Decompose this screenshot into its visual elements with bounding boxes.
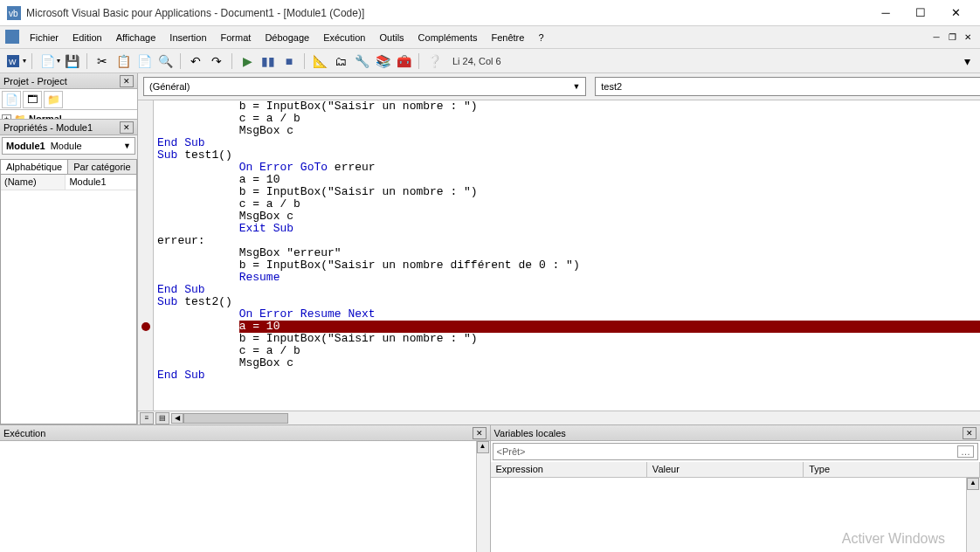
full-module-view-button[interactable]: ▤ (155, 412, 169, 424)
code-line[interactable]: Resume (154, 272, 980, 284)
project-explorer-button[interactable]: 🗂 (331, 52, 350, 71)
procedure-view-button[interactable]: ≡ (140, 412, 154, 424)
view-word-button[interactable]: W (3, 52, 23, 71)
mdi-restore-button[interactable]: ❐ (945, 31, 959, 44)
view-object-button[interactable]: 🗔 (23, 91, 42, 108)
code-line[interactable]: On Error Resume Next (154, 308, 980, 321)
menu-excution[interactable]: Exécution (316, 30, 372, 45)
locals-panel-close-button[interactable]: ✕ (963, 427, 977, 439)
toggle-folders-button[interactable]: 📁 (44, 91, 63, 108)
menu-outils[interactable]: Outils (372, 30, 411, 45)
locals-grid-body[interactable]: ▲ Activer Windows (491, 478, 981, 552)
code-line[interactable]: End Sub (154, 137, 980, 149)
run-button[interactable]: ▶ (238, 52, 257, 71)
immediate-panel-close-button[interactable]: ✕ (473, 427, 487, 439)
minimize-button[interactable]: ─ (868, 3, 903, 24)
scrollbar-thumb[interactable] (183, 413, 288, 424)
code-line[interactable]: c = a / b (154, 113, 980, 125)
tree-node[interactable]: +📁Normal (0, 112, 137, 119)
code-line[interactable]: a = 10 (154, 174, 980, 186)
insert-button[interactable]: 📄 (38, 52, 57, 71)
locals-context-value: <Prêt> (497, 446, 526, 457)
mdi-controls: ─ ❐ ✕ (929, 31, 975, 44)
design-mode-button[interactable]: 📐 (310, 52, 329, 71)
properties-button[interactable]: 🔧 (352, 52, 371, 71)
view-code-button[interactable]: 📄 (2, 91, 21, 108)
properties-object-selector[interactable]: Module1 Module ▼ (2, 137, 135, 155)
code-line[interactable]: b = InputBox("Saisir un nombre : ") (154, 100, 980, 113)
undo-button[interactable]: ↶ (186, 52, 205, 71)
menu-insertion[interactable]: Insertion (162, 30, 213, 45)
code-line[interactable]: b = InputBox("Saisir un nombre différent… (154, 259, 980, 272)
save-button[interactable]: 💾 (62, 52, 81, 71)
paste-button[interactable]: 📄 (135, 52, 154, 71)
vertical-scrollbar[interactable]: ▲ (966, 478, 980, 552)
property-row[interactable]: (Name)Module1 (1, 175, 136, 190)
locals-column-header[interactable]: Valeur (647, 462, 804, 477)
project-panel-close-button[interactable]: ✕ (120, 75, 134, 87)
code-line[interactable]: End Sub (154, 369, 980, 382)
locals-context-selector[interactable]: <Prêt> … (493, 443, 979, 460)
menu-format[interactable]: Format (214, 30, 259, 45)
dropdown-caret-icon[interactable]: ▾ (23, 57, 26, 65)
redo-button[interactable]: ↷ (207, 52, 226, 71)
object-browser-button[interactable]: 📚 (373, 52, 392, 71)
close-button[interactable]: ✕ (938, 3, 973, 24)
mdi-minimize-button[interactable]: ─ (929, 31, 943, 44)
menu-affichage[interactable]: Affichage (109, 30, 163, 45)
code-line[interactable]: End Sub (154, 284, 980, 296)
menu-dbogage[interactable]: Débogage (258, 30, 316, 45)
menu-[interactable]: ? (531, 30, 550, 45)
code-line[interactable]: Exit Sub (154, 223, 980, 235)
horizontal-scrollbar[interactable]: ◀ ▶ (171, 412, 980, 424)
code-line[interactable]: MsgBox c (154, 210, 980, 223)
properties-panel-close-button[interactable]: ✕ (120, 121, 134, 134)
menu-edition[interactable]: Edition (66, 30, 109, 45)
breakpoint-marker[interactable] (141, 322, 150, 331)
locals-column-header[interactable]: Expression (491, 462, 647, 477)
code-line[interactable]: MsgBox c (154, 357, 980, 369)
menu-complments[interactable]: Compléments (411, 30, 485, 45)
code-line[interactable]: Sub test2() (154, 296, 980, 308)
code-line[interactable]: erreur: (154, 235, 980, 247)
properties-tab[interactable]: Par catégorie (67, 159, 136, 174)
project-tree[interactable]: +📁Normal-📁Project (Document1)-📂Microsoft… (0, 110, 137, 119)
code-line[interactable]: On Error GoTo erreur (154, 162, 980, 174)
scroll-left-button[interactable]: ◀ (171, 413, 183, 424)
toolbar-overflow-button[interactable]: ▾ (957, 52, 977, 71)
vertical-scrollbar[interactable]: ▲ (476, 441, 490, 552)
find-button[interactable]: 🔍 (155, 52, 175, 71)
code-line[interactable]: c = a / b (154, 345, 980, 357)
properties-tab[interactable]: Alphabétique (0, 159, 68, 174)
code-line[interactable]: Sub test1() (154, 149, 980, 162)
immediate-window[interactable]: ▲ (0, 441, 490, 552)
procedure-dropdown[interactable]: test2 ▼ (595, 77, 980, 96)
code-editor[interactable]: b = InputBox("Saisir un nombre : ") c = … (154, 100, 980, 411)
menu-fichier[interactable]: Fichier (23, 30, 66, 45)
chevron-down-icon: ▼ (572, 82, 580, 91)
code-line[interactable]: c = a / b (154, 198, 980, 210)
mdi-close-button[interactable]: ✕ (961, 31, 975, 44)
scroll-up-button[interactable]: ▲ (477, 441, 489, 453)
code-line[interactable]: MsgBox c (154, 125, 980, 137)
locals-column-header[interactable]: Type (804, 462, 980, 477)
property-value[interactable]: Module1 (66, 175, 136, 190)
maximize-button[interactable]: ☐ (903, 3, 938, 24)
code-line[interactable]: b = InputBox("Saisir un nombre : ") (154, 333, 980, 345)
copy-button[interactable]: 📋 (114, 52, 133, 71)
cut-button[interactable]: ✂ (93, 52, 112, 71)
dropdown-caret-icon[interactable]: ▾ (57, 57, 60, 65)
object-dropdown[interactable]: (Général) ▼ (143, 77, 586, 96)
locals-browse-button[interactable]: … (957, 445, 974, 458)
code-line[interactable]: MsgBox "erreur" (154, 247, 980, 259)
menu-fentre[interactable]: Fenêtre (484, 30, 531, 45)
stop-button[interactable]: ■ (280, 52, 299, 71)
code-line[interactable]: a = 10 (154, 321, 980, 333)
help-button[interactable]: ❔ (424, 52, 444, 71)
code-line[interactable]: b = InputBox("Saisir un nombre : ") (154, 186, 980, 198)
scroll-up-button[interactable]: ▲ (967, 478, 979, 490)
code-gutter[interactable] (138, 100, 154, 411)
pause-button[interactable]: ▮▮ (259, 52, 278, 71)
toolbox-button[interactable]: 🧰 (394, 52, 413, 71)
properties-grid[interactable]: (Name)Module1 (0, 174, 137, 424)
